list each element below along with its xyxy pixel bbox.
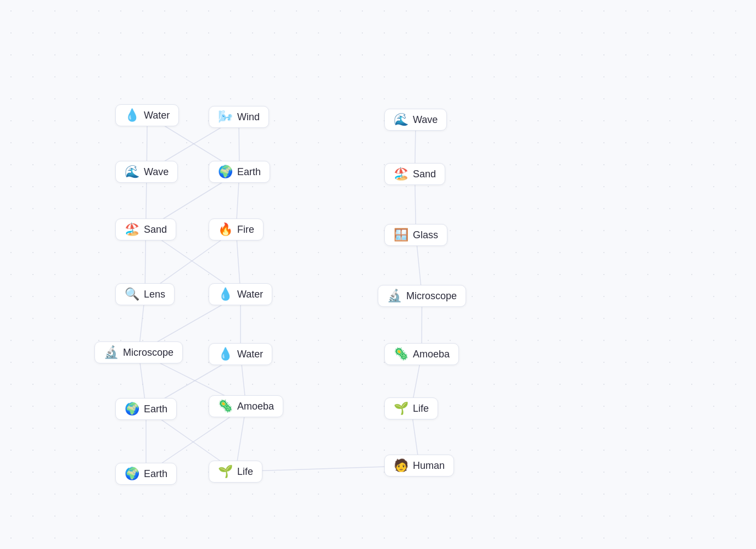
card-lens1[interactable]: 🔍Lens [115,283,175,305]
lens1-emoji: 🔍 [125,288,139,300]
card-water2[interactable]: 💧Water [209,283,272,305]
microscope2-emoji: 🔬 [104,346,119,358]
amoeba1-emoji: 🦠 [394,348,408,360]
wave2-label: Wave [144,166,169,178]
water2-emoji: 💧 [218,288,233,300]
card-human1[interactable]: 🧑Human [384,455,454,477]
glass1-emoji: 🪟 [394,229,408,241]
amoeba2-emoji: 🦠 [218,400,233,412]
earth3-label: Earth [144,468,167,480]
card-microscope2[interactable]: 🔬Microscope [94,341,183,363]
sand1-label: Sand [413,169,436,180]
card-life2[interactable]: 🌱Life [209,461,262,483]
earth2-emoji: 🌍 [125,403,139,415]
life2-emoji: 🌱 [218,466,233,478]
card-wave1[interactable]: 🌊Wave [384,109,447,131]
life1-emoji: 🌱 [394,402,408,414]
glass1-label: Glass [413,229,438,241]
microscope1-label: Microscope [406,290,457,302]
earth3-emoji: 🌍 [125,468,139,480]
card-life1[interactable]: 🌱Life [384,397,438,419]
life1-label: Life [413,403,429,414]
card-earth3[interactable]: 🌍Earth [115,463,177,485]
sand2-emoji: 🏖️ [125,223,139,236]
lens1-label: Lens [144,289,165,300]
card-fire1[interactable]: 🔥Fire [209,219,264,240]
card-water1[interactable]: 💧Water [115,104,179,126]
connections-layer [0,0,756,549]
water3-label: Water [237,349,263,360]
card-microscope1[interactable]: 🔬Microscope [378,285,466,307]
fire1-emoji: 🔥 [218,223,233,236]
card-wind1[interactable]: 🌬️Wind [209,106,269,128]
wind1-label: Wind [237,111,260,123]
life2-label: Life [237,466,253,478]
wave1-label: Wave [413,114,438,126]
earth2-label: Earth [144,404,167,415]
water2-label: Water [237,289,263,300]
card-wave2[interactable]: 🌊Wave [115,161,178,183]
fire1-label: Fire [237,224,254,236]
water3-emoji: 💧 [218,348,233,360]
wave1-emoji: 🌊 [394,114,408,126]
water1-label: Water [144,110,170,121]
sand1-emoji: 🏖️ [394,168,408,180]
human1-emoji: 🧑 [394,460,408,472]
microscope1-emoji: 🔬 [387,290,402,302]
wind1-emoji: 🌬️ [218,111,233,123]
microscope2-label: Microscope [123,347,173,358]
card-earth2[interactable]: 🌍Earth [115,398,177,420]
card-earth1[interactable]: 🌍Earth [209,161,270,183]
human1-label: Human [413,460,445,472]
card-sand2[interactable]: 🏖️Sand [115,219,176,240]
card-sand1[interactable]: 🏖️Sand [384,163,445,185]
wave2-emoji: 🌊 [125,166,139,178]
sand2-label: Sand [144,224,167,236]
card-amoeba2[interactable]: 🦠Amoeba [209,395,283,417]
card-water3[interactable]: 💧Water [209,343,272,365]
water1-emoji: 💧 [125,109,139,121]
amoeba1-label: Amoeba [413,349,450,360]
earth1-label: Earth [237,166,261,178]
earth1-emoji: 🌍 [218,166,233,178]
amoeba2-label: Amoeba [237,401,274,412]
card-amoeba1[interactable]: 🦠Amoeba [384,343,459,365]
card-glass1[interactable]: 🪟Glass [384,224,447,246]
